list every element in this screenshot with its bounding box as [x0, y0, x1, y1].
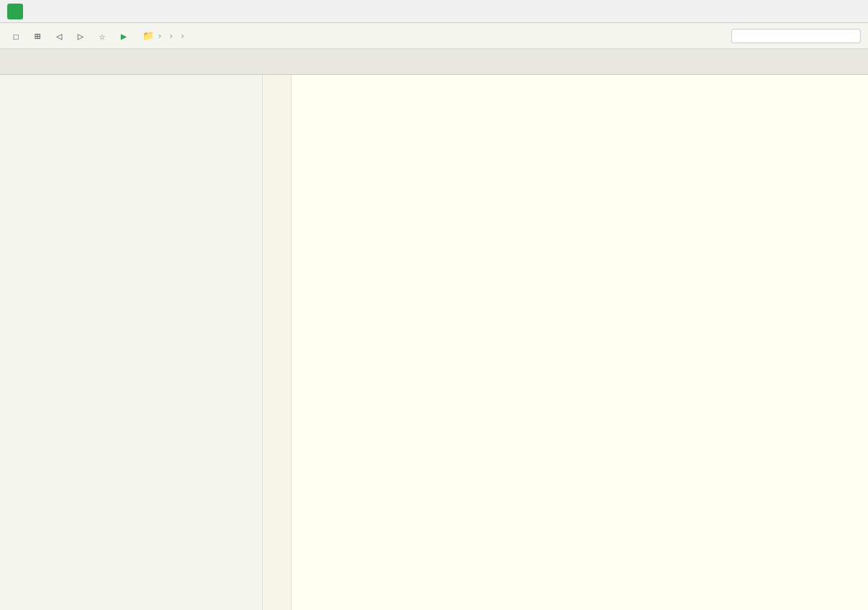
file-search[interactable] — [731, 29, 861, 43]
titlebar — [0, 0, 868, 23]
sidebar — [0, 75, 263, 610]
breadcrumb-folder[interactable]: 📁 — [143, 30, 154, 41]
breadcrumb: 📁 › › › — [143, 30, 188, 41]
open-btn[interactable]: ⊞ — [29, 27, 46, 45]
line-numbers — [263, 75, 291, 610]
new-file-btn[interactable]: ☐ — [7, 27, 24, 45]
main-layout — [0, 75, 868, 610]
star-btn[interactable]: ☆ — [94, 27, 111, 45]
app-logo — [7, 4, 23, 19]
back-btn[interactable]: ◁ — [50, 27, 68, 45]
search-input[interactable] — [736, 31, 856, 41]
code-content[interactable] — [291, 75, 868, 610]
editor-area — [263, 75, 868, 610]
forward-btn[interactable]: ▷ — [72, 27, 89, 45]
tabs-bar — [0, 49, 868, 75]
toolbar: ☐ ⊞ ◁ ▷ ☆ ▶ 📁 › › › — [0, 23, 868, 49]
run-btn[interactable]: ▶ — [115, 27, 132, 45]
